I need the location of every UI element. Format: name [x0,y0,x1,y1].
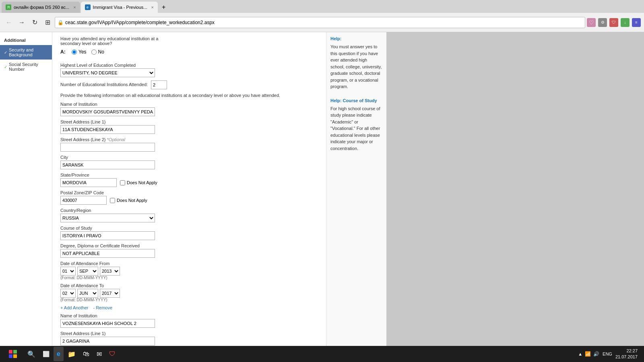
institution1-date-to-year[interactable]: 2017 [100,289,120,298]
help-block-2: Help: Course of Study For high school co… [330,98,382,152]
institution1-date-from-row: 01 SEP 2013 [60,267,318,276]
tab-1-title: онлайн форма DS 260 вс... [14,5,69,10]
sidebar-item-ssn[interactable]: ✓ Social Security Number [0,60,52,74]
institution1-country-select[interactable]: RUSSIA [60,214,155,222]
institution1-city-input[interactable] [60,160,155,169]
refresh-button[interactable]: ↻ [29,17,40,28]
help-text-1: You must answer yes to this question if … [330,43,382,90]
check-icon-security: ✓ [4,50,7,55]
institution1-degree-input[interactable] [60,249,155,258]
back-button[interactable]: ← [3,17,14,28]
institution1-date-from-label: Date of Attendance From [60,261,318,266]
institution1-date-to-month[interactable]: JUN [77,289,98,298]
tray-volume[interactable]: 🔊 [593,351,599,357]
address-bar-wrapper: 🔒 [55,17,585,28]
question-text-line2: secondary level or above? [60,41,112,46]
taskbar-store[interactable]: 🛍 [80,347,93,361]
institution1-date-to-format: (Format: DD-MMM-YYYY) [60,298,318,302]
tab-2-close[interactable]: × [151,5,154,10]
answer-row: A: Yes No [60,49,318,58]
tray-chevron[interactable]: ▲ [578,352,582,356]
right-panel [386,32,644,362]
institution1-street2-input[interactable] [60,143,155,152]
tray-date: 21.07.2017 [615,354,638,360]
institution1-postal-input[interactable] [60,196,107,205]
help-block-1: Help: You must answer yes to this questi… [330,36,382,90]
institution1-street2-group: Street Address (Line 2) *Optional [60,137,318,152]
taskbar-shield[interactable]: 🛡 [106,347,119,361]
help-title-2: Help: Course of Study [330,98,382,103]
home-button[interactable]: ⊞ [42,17,53,28]
answer-label: A: [60,49,68,55]
institution1-degree-label: Degree, Diploma or Certificate Received [60,243,318,248]
institution1-state-input[interactable] [60,178,117,187]
tray-network[interactable]: 📶 [585,351,591,357]
help-text-2: For high school course of study please i… [330,105,382,152]
taskbar-mail[interactable]: ✉ [93,347,105,361]
education-level-group: Highest Level of Education Completed UNI… [60,63,318,77]
taskbar-edge[interactable]: e [54,347,64,361]
institution1-postal-label: Postal Zone/ZIP Code [60,190,318,195]
institution1-postal-dna-label[interactable]: Does Not Apply [110,198,147,203]
question-text: Have you attended any educational instit… [60,36,318,46]
add-another-button[interactable]: + Add Another [60,305,88,310]
lock-icon: 🔒 [58,20,64,25]
address-bar[interactable] [65,20,582,25]
tab-1-icon: Я [6,4,11,10]
institution1-date-from-year[interactable]: 2013 [100,267,120,276]
sidebar-item-security-label: Security and Background [9,47,48,57]
institution2-street1-input[interactable] [60,337,155,346]
svg-rect-2 [9,354,12,358]
education-level-select[interactable]: UNIVERSITY, NO DEGREE [60,68,155,77]
institution1-city-label: City [60,155,318,160]
institution1-state-dna-checkbox[interactable] [120,180,125,185]
num-institutions-input[interactable] [151,80,167,89]
forward-button[interactable]: → [16,17,27,28]
icon2[interactable]: 🛡 [609,18,618,27]
institution2-name-input[interactable] [60,319,155,328]
tab-2[interactable]: e Immigrant Visa - Previous... × [81,2,158,13]
institution1-date-from-group: Date of Attendance From 01 SEP 2013 (For… [60,261,318,280]
institution1-degree-group: Degree, Diploma or Certificate Received [60,243,318,258]
icon3[interactable]: ↓ [621,18,630,27]
no-label[interactable]: No [91,49,104,55]
institution1-postal-dna-checkbox[interactable] [110,198,115,203]
institution1-date-from-day[interactable]: 01 [60,267,76,276]
institution1-date-from-month[interactable]: SEP [77,267,98,276]
icon1[interactable]: ⚙ [598,18,607,27]
institution1-name-group: Name of Institution [60,102,318,116]
institution1-course-input[interactable] [60,231,155,240]
tray-time[interactable]: 22:27 21.07.2017 [615,348,638,360]
start-button[interactable] [3,347,23,361]
tab-1-close[interactable]: × [73,5,76,10]
tray-language[interactable]: ENG [603,352,612,356]
taskbar-task-view[interactable]: ⬜ [39,347,53,361]
action-row: + Add Another - Remove [60,305,318,310]
institution1-state-dna-label[interactable]: Does Not Apply [120,180,157,185]
institution1-date-to-label: Date of Attendance To [60,283,318,288]
institution1-name-input[interactable] [60,107,155,116]
new-tab-button[interactable]: + [159,3,169,12]
favorites-icon[interactable]: ♡ [587,18,596,27]
institution2-name-label: Name of Institution [60,313,318,318]
yes-label[interactable]: Yes [72,49,87,55]
yes-no-group: Yes No [72,49,104,55]
institution1-state-label: State/Province [60,173,318,177]
institution1-date-to-day[interactable]: 02 [60,289,76,298]
yes-radio[interactable] [72,49,77,55]
sidebar-item-security[interactable]: ✓ Security and Background [0,45,52,60]
taskbar-explorer[interactable]: 📁 [64,347,79,361]
institution1-street1-input[interactable] [60,125,155,134]
institution1-name-label: Name of Institution [60,102,318,107]
institution1-country-group: Country/Region RUSSIA [60,208,318,222]
no-radio[interactable] [91,49,97,55]
help-title-1: Help: [330,36,382,41]
tab-1[interactable]: Я онлайн форма DS 260 вс... × [2,2,80,13]
institution1-street1-group: Street Address (Line 1) [60,119,318,134]
icon4[interactable]: ≡ [632,18,641,27]
form-area: Have you attended any educational instit… [52,32,326,362]
taskbar-tray: ▲ 📶 🔊 ENG 22:27 21.07.2017 [578,348,641,360]
remove-button[interactable]: - Remove [93,305,112,310]
taskbar-search[interactable]: 🔍 [24,347,39,361]
browser-chrome: Я онлайн форма DS 260 вс... × e Immigran… [0,0,644,32]
